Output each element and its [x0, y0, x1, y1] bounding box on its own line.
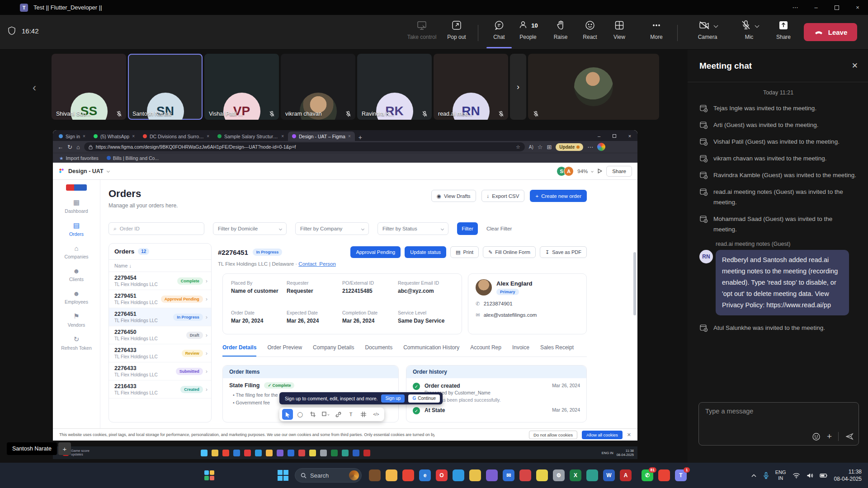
figma-menu-icon[interactable]	[58, 168, 65, 174]
text-tool-icon[interactable]: T	[345, 409, 356, 420]
detail-tab[interactable]: Documents	[365, 344, 392, 357]
window-more-icon[interactable]: ⋯	[785, 0, 806, 15]
participant-tile[interactable]: VP Vishal Patil ...	[204, 54, 279, 120]
bookmark-item[interactable]: Bills | Billing and Co...	[107, 155, 159, 161]
read-aloud-icon[interactable]: A)	[529, 145, 533, 150]
clear-filter-button[interactable]: Clear Filter	[486, 226, 512, 231]
order-row[interactable]: 2216433 TL Flex Holdings LLC Created ›	[109, 380, 211, 399]
tray-chevron-up-icon[interactable]	[751, 474, 757, 478]
attach-plus-icon[interactable]: +	[827, 432, 832, 441]
chrome-icon[interactable]	[402, 469, 414, 481]
order-row[interactable]: 2276451 TL Flex Holdings LLC In Progress…	[109, 308, 211, 326]
sidebar-item[interactable]: ⌂ Companies	[64, 244, 88, 259]
order-row[interactable]: 2276433 TL Flex Holdings LLC Submitted ›	[109, 362, 211, 380]
crop-tool-icon[interactable]	[307, 409, 318, 420]
settings-icon[interactable]: ⚙	[553, 469, 565, 481]
participant-tile[interactable]: SS Shivani Sup...	[52, 54, 126, 120]
explorer-icon[interactable]	[469, 469, 481, 481]
vscode-icon[interactable]	[453, 469, 464, 481]
camera-chevron-icon[interactable]	[713, 23, 718, 28]
google-continue-button[interactable]: GContinue	[408, 394, 440, 403]
whatsapp-icon[interactable]: ✆ 81	[642, 469, 653, 481]
battery-icon[interactable]	[820, 473, 828, 478]
refresh-icon[interactable]: ↻	[67, 144, 72, 150]
browser-tab[interactable]: Design - UAT – Figma ×	[288, 131, 355, 141]
detail-tab[interactable]: Order Preview	[267, 344, 302, 357]
browser-profile-avatar[interactable]	[597, 143, 605, 151]
volume-icon[interactable]	[807, 473, 813, 479]
sidebar-item[interactable]: ▤ Orders	[69, 221, 84, 237]
deny-cookies-button[interactable]: Do not allow cookies	[529, 431, 577, 439]
status-select[interactable]: Filter by Status	[377, 222, 448, 235]
detail-tab[interactable]: Sales Receipt	[540, 344, 574, 357]
sidebar-item[interactable]: ☻ Employees	[65, 290, 88, 305]
taskbar-search[interactable]: Search	[295, 468, 362, 483]
window-close-icon[interactable]: ×	[847, 0, 868, 15]
update-status-button[interactable]: Update status	[405, 246, 446, 258]
favorites-icon[interactable]: ☆	[538, 144, 543, 150]
word-icon[interactable]: W	[603, 469, 615, 481]
browser-maximize-icon[interactable]	[607, 131, 622, 141]
shape-tool-icon[interactable]	[320, 409, 331, 420]
detail-tab[interactable]: Company Details	[313, 344, 354, 357]
move-tool-icon[interactable]	[282, 409, 293, 420]
view-button[interactable]: View	[600, 19, 639, 47]
zoom-level[interactable]: 94%	[577, 169, 588, 174]
app-icon-red[interactable]	[519, 469, 531, 481]
save-as-pdf-button[interactable]: ↧Save as PDF	[540, 246, 587, 258]
detail-tab[interactable]: Invoice	[512, 344, 529, 357]
wifi-icon[interactable]	[793, 473, 800, 479]
detail-tab[interactable]: Account Rep	[470, 344, 501, 357]
app-icon-purple[interactable]	[486, 469, 498, 481]
chat-messages[interactable]: Today 11:21 Tejas Ingle was invited to t…	[688, 82, 868, 402]
browser-tab[interactable]: Sample Salary Structure with cal... ×	[213, 131, 288, 141]
new-tab-icon[interactable]: +	[359, 134, 362, 141]
figma-file-name[interactable]: Design - UAT	[68, 168, 104, 174]
folder-icon[interactable]	[386, 469, 397, 481]
participant-tile[interactable]: vikram chavan	[281, 54, 355, 120]
url-field[interactable]: https://www.figma.com/design/9BKQ0FOHRWa…	[84, 142, 525, 151]
contact-email[interactable]: ✉alex@vstatefilings.com	[476, 312, 579, 318]
bookmark-item[interactable]: ★Import favorites	[59, 155, 99, 161]
language-indicator[interactable]: ENGIN	[775, 469, 786, 481]
back-icon[interactable]: ←	[57, 144, 63, 150]
pop-out-button[interactable]: Pop out	[437, 19, 476, 47]
edge-icon[interactable]: e	[419, 469, 431, 481]
tab-close-icon[interactable]: ×	[132, 134, 135, 139]
browser-tab[interactable]: DC Divisions and Surroundings ×	[139, 131, 213, 141]
send-icon[interactable]	[845, 432, 854, 441]
home-icon[interactable]: ⌂	[76, 144, 80, 150]
opera-icon[interactable]: O	[436, 469, 448, 481]
sidebar-item[interactable]: ↻ Refresh Token	[61, 335, 92, 351]
view-drafts-button[interactable]: ◉View Drafts	[431, 190, 476, 202]
contact-phone[interactable]: ✆2123874901	[476, 300, 579, 307]
tray-mic-icon[interactable]	[763, 472, 769, 479]
cookie-close-icon[interactable]: ✕	[627, 432, 631, 438]
app-icon-yellow[interactable]	[536, 469, 548, 481]
app-icon-teal[interactable]	[586, 469, 598, 481]
browser-update-button[interactable]: Update	[556, 143, 583, 151]
excel-icon[interactable]: X	[570, 469, 581, 481]
file-menu-chevron-icon[interactable]	[107, 169, 110, 173]
present-icon[interactable]	[597, 168, 603, 174]
mic-chevron-icon[interactable]	[755, 23, 759, 28]
pin-presenter-icon[interactable]: +	[58, 442, 71, 455]
order-row[interactable]: 2276433 TL Flex Holdings LLC Review ›	[109, 344, 211, 362]
spotlight-participant-tile[interactable]	[528, 54, 659, 120]
browser-tab[interactable]: Sign in ×	[55, 131, 90, 141]
allow-cookies-button[interactable]: Allow all cookies	[582, 431, 623, 439]
outlook-icon[interactable]: ✉	[503, 469, 514, 481]
approval-pending-button[interactable]: Approval Pending	[350, 246, 401, 258]
leave-button[interactable]: Leave	[804, 23, 857, 41]
export-csv-button[interactable]: ↓Export CSV	[481, 190, 525, 202]
hand-tool-icon[interactable]: ◯	[295, 409, 306, 420]
tiles-scroll-left-icon[interactable]: ‹	[33, 81, 36, 94]
browser-tab[interactable]: (5) WhatsApp ×	[90, 131, 139, 141]
collections-icon[interactable]: ⊞	[547, 144, 552, 150]
bookmark-star-icon[interactable]: ☆	[516, 144, 520, 150]
chat-input[interactable]: Type a message +	[698, 402, 859, 446]
sign-up-button[interactable]: Sign up	[381, 394, 405, 403]
list-column-header[interactable]: Name ↓	[109, 260, 211, 272]
taskbar-clock[interactable]: 11:38 08-04-2025	[834, 468, 862, 483]
sidebar-item[interactable]: ▦ Dashboard	[65, 198, 88, 214]
